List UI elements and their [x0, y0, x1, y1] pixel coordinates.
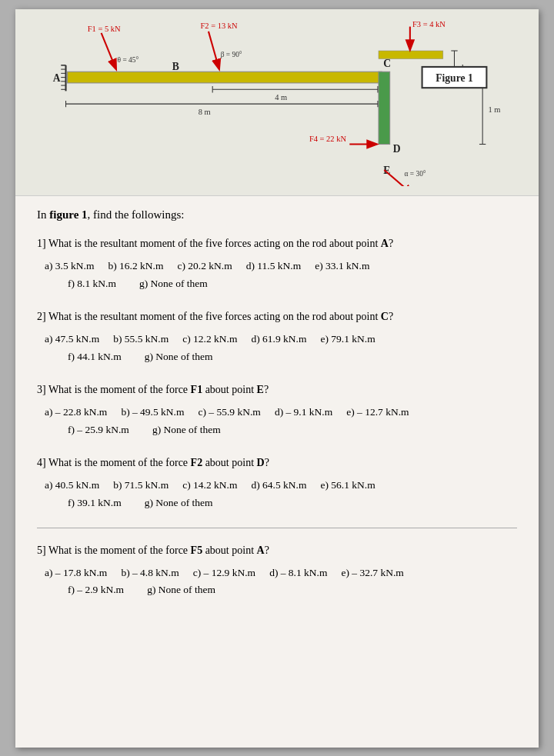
q5-e: e) – 32.7 kN.m: [342, 565, 404, 582]
svg-text:F4 = 22 kN: F4 = 22 kN: [309, 135, 347, 143]
question-1-answers-row1: a) 3.5 kN.m b) 16.2 kN.m c) 20.2 kN.m d)…: [37, 258, 517, 275]
svg-text:C: C: [383, 58, 391, 69]
svg-text:Figure 1: Figure 1: [436, 72, 473, 84]
svg-text:B: B: [172, 61, 179, 72]
diagram-container: A B C D E F1 = 5 kN: [31, 17, 523, 186]
q5-b: b) – 4.8 kN.m: [121, 565, 179, 582]
q2-c: c) 12.2 kN.m: [182, 331, 237, 348]
q4-e: e) 56.1 kN.m: [321, 477, 375, 495]
q4-d: d) 64.5 kN.m: [252, 477, 307, 495]
question-1: 1] What is the resultant moment of the f…: [37, 235, 517, 293]
content: In figure 1, find the followings: 1] Wha…: [15, 196, 539, 630]
q3-d: d) – 9.1 kN.m: [275, 404, 332, 421]
page: A B C D E F1 = 5 kN: [15, 9, 539, 748]
question-2: 2] What is the resultant moment of the f…: [37, 308, 517, 366]
q2-a: a) 47.5 kN.m: [45, 331, 99, 348]
q1-c: c) 20.2 kN.m: [178, 258, 232, 275]
q2-f: f) 44.1 kN.m: [68, 348, 122, 366]
q1-g: g) None of them: [139, 275, 208, 293]
q3-e: e) – 12.7 kN.m: [346, 404, 409, 421]
svg-text:4 m: 4 m: [275, 93, 287, 102]
q1-f: f) 8.1 kN.m: [68, 275, 116, 293]
q3-f: f) – 25.9 kN.m: [68, 421, 129, 439]
svg-text:F2 = 13 kN: F2 = 13 kN: [200, 22, 238, 30]
figure-area: A B C D E F1 = 5 kN: [15, 9, 539, 196]
svg-text:1 m: 1 m: [488, 105, 500, 114]
question-4-answers-row2: f) 39.1 kN.m g) None of them: [37, 495, 517, 512]
q5-c: c) – 12.9 kN.m: [193, 565, 255, 582]
svg-line-19: [209, 32, 219, 68]
q4-a: a) 40.5 kN.m: [45, 477, 99, 495]
question-1-text: 1] What is the resultant moment of the f…: [37, 235, 517, 251]
question-5-text: 5] What is the moment of the force F5 ab…: [37, 542, 517, 558]
q4-c: c) 14.2 kN.m: [182, 477, 237, 495]
q4-g: g) None of them: [145, 495, 213, 512]
q4-b: b) 71.5 kN.m: [113, 477, 169, 495]
svg-text:A: A: [53, 72, 61, 84]
q3-b: b) – 49.5 kN.m: [121, 404, 184, 421]
q3-a: a) – 22.8 kN.m: [45, 404, 107, 421]
intro-text: In figure 1, find the followings:: [37, 208, 517, 221]
question-3-text: 3] What is the moment of the force F1 ab…: [37, 381, 517, 398]
q1-d: d) 11.5 kN.m: [246, 258, 302, 275]
diagram-svg: A B C D E F1 = 5 kN: [31, 17, 523, 186]
question-4: 4] What is the moment of the force F2 ab…: [37, 455, 517, 512]
q1-a: a) 3.5 kN.m: [45, 258, 95, 275]
question-3-answers-row1: a) – 22.8 kN.m b) – 49.5 kN.m c) – 55.9 …: [37, 404, 517, 421]
q3-g: g) None of them: [152, 421, 221, 439]
question-4-text: 4] What is the moment of the force F2 ab…: [37, 455, 517, 471]
svg-text:F3 = 4 kN: F3 = 4 kN: [412, 20, 446, 28]
svg-text:F1 = 5 kN: F1 = 5 kN: [88, 25, 121, 33]
q2-g: g) None of them: [145, 348, 213, 366]
question-1-answers-row2: f) 8.1 kN.m g) None of them: [37, 275, 517, 293]
svg-text:β = 90°: β = 90°: [221, 51, 242, 58]
question-3-answers-row2: f) – 25.9 kN.m g) None of them: [37, 421, 517, 439]
q5-g: g) None of them: [147, 581, 215, 599]
q1-b: b) 16.2 kN.m: [108, 258, 164, 275]
svg-text:D: D: [393, 143, 401, 155]
svg-text:θ = 45°: θ = 45°: [118, 56, 139, 64]
q5-d: d) – 8.1 kN.m: [269, 565, 327, 582]
question-2-answers-row2: f) 44.1 kN.m g) None of them: [37, 348, 517, 366]
question-2-answers-row1: a) 47.5 kN.m b) 55.5 kN.m c) 12.2 kN.m d…: [37, 331, 517, 348]
svg-text:8 m: 8 m: [199, 108, 211, 116]
question-2-text: 2] What is the resultant moment of the f…: [37, 308, 517, 325]
svg-line-16: [102, 33, 116, 68]
question-5-answers-row1: a) – 17.8 kN.m b) – 4.8 kN.m c) – 12.9 k…: [37, 565, 517, 582]
q2-e: e) 79.1 kN.m: [321, 331, 375, 348]
section-divider: [37, 528, 517, 528]
question-5-answers-row2: f) – 2.9 kN.m g) None of them: [37, 581, 517, 599]
q1-e: e) 33.1 kN.m: [315, 258, 369, 275]
q5-a: a) – 17.8 kN.m: [45, 565, 107, 582]
q2-d: d) 61.9 kN.m: [252, 331, 307, 348]
q3-c: c) – 55.9 kN.m: [199, 404, 261, 421]
question-3: 3] What is the moment of the force F1 ab…: [37, 381, 517, 439]
q2-b: b) 55.5 kN.m: [113, 331, 169, 348]
svg-rect-1: [379, 72, 390, 144]
question-4-answers-row1: a) 40.5 kN.m b) 71.5 kN.m c) 14.2 kN.m d…: [37, 477, 517, 495]
svg-text:α = 30°: α = 30°: [405, 170, 426, 178]
q4-f: f) 39.1 kN.m: [68, 495, 122, 512]
svg-rect-0: [68, 72, 382, 83]
q5-f: f) – 2.9 kN.m: [68, 581, 124, 599]
question-5: 5] What is the moment of the force F5 ab…: [37, 542, 517, 600]
